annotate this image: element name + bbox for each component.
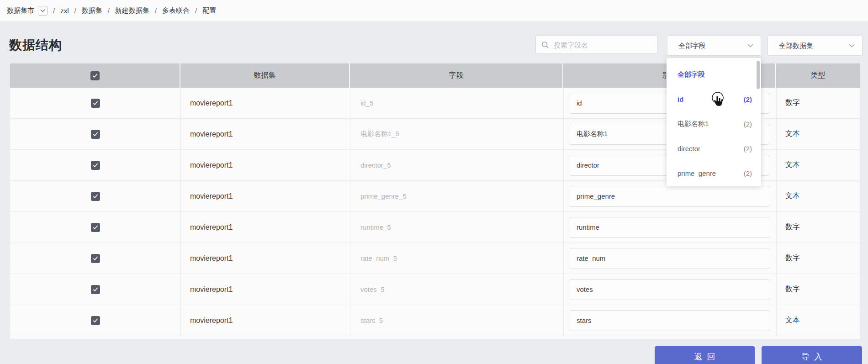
dropdown-item-count: (2) <box>744 169 752 177</box>
dataset-cell: moviereport1 <box>180 181 350 211</box>
chevron-down-icon <box>849 44 855 47</box>
select-all-checkbox[interactable] <box>90 71 100 80</box>
type-cell: 数字 <box>776 243 860 274</box>
table-row: moviereport1 rate_num_5 数字 <box>10 243 860 274</box>
dropdown-item-label: director <box>677 145 700 153</box>
dataset-cell: moviereport1 <box>180 119 350 149</box>
row-select-cell <box>10 305 180 336</box>
row-select-cell <box>10 119 180 149</box>
breadcrumb-switcher-button[interactable] <box>38 6 48 16</box>
checkmark-icon <box>92 74 98 78</box>
alias-input[interactable] <box>570 217 769 238</box>
checkmark-icon <box>93 163 98 168</box>
click-cursor-icon <box>710 91 728 114</box>
dropdown-item[interactable]: 电影名称1 (2) <box>667 111 761 136</box>
breadcrumb-item-new-dataset[interactable]: 新建数据集 <box>115 6 149 15</box>
dataset-filter-value: 全部数据集 <box>779 42 813 50</box>
row-select-cell <box>10 181 180 211</box>
table-row: moviereport1 votes_5 数字 <box>10 274 860 305</box>
search-input[interactable] <box>554 41 652 49</box>
breadcrumb: 数据集市 / zxl / 数据集 / 新建数据集 / 多表联合 / 配置 <box>0 0 868 21</box>
field-cell: runtime_5 <box>350 212 563 243</box>
breadcrumb-item-config[interactable]: 配置 <box>202 6 216 15</box>
clipped-next-row <box>10 336 860 339</box>
page-title: 数据结构 <box>9 37 62 54</box>
alias-cell <box>563 274 776 305</box>
row-select-cell <box>10 150 180 180</box>
dropdown-item-count: (2) <box>744 145 752 153</box>
checkmark-icon <box>93 256 98 261</box>
dataset-cell: moviereport1 <box>180 150 350 180</box>
breadcrumb-item-zxl[interactable]: zxl <box>60 7 69 15</box>
dataset-config-screen: 数据集市 / zxl / 数据集 / 新建数据集 / 多表联合 / 配置 数据结… <box>0 0 868 364</box>
dataset-cell: moviereport1 <box>180 88 350 118</box>
dropdown-item[interactable]: prime_genre (2) <box>667 161 761 185</box>
breadcrumb-separator: / <box>74 7 76 15</box>
dropdown-item[interactable]: director (2) <box>667 136 761 161</box>
header-type: 类型 <box>776 63 860 88</box>
dataset-cell: moviereport1 <box>180 305 350 336</box>
dropdown-scrollbar[interactable] <box>757 61 760 89</box>
dropdown-item-all-fields[interactable]: 全部字段 <box>667 62 761 87</box>
field-filter-dropdown: 全部字段 id (2) 电影名称1 (2) director (2) prime… <box>667 58 761 186</box>
row-select-cell <box>10 212 180 243</box>
header-dataset: 数据集 <box>180 63 350 88</box>
field-cell: director_5 <box>350 150 563 180</box>
alias-input[interactable] <box>570 279 769 300</box>
row-select-cell <box>10 88 180 118</box>
checkmark-icon <box>93 225 98 230</box>
row-checkbox[interactable] <box>91 161 100 170</box>
breadcrumb-separator: / <box>155 7 157 15</box>
field-filter-value: 全部字段 <box>678 42 706 50</box>
breadcrumb-separator: / <box>53 7 55 15</box>
breadcrumb-separator: / <box>195 7 197 15</box>
field-cell: stars_5 <box>350 305 563 336</box>
breadcrumb-item-datamart[interactable]: 数据集市 <box>7 6 34 15</box>
checkmark-icon <box>93 318 98 323</box>
field-filter-select[interactable]: 全部字段 <box>667 36 761 56</box>
field-cell: 电影名称1_5 <box>350 119 563 149</box>
row-checkbox[interactable] <box>91 192 100 201</box>
row-checkbox[interactable] <box>91 130 100 139</box>
import-button[interactable]: 导入 <box>762 346 862 364</box>
header-select-cell <box>10 63 180 88</box>
alias-cell <box>563 212 776 243</box>
type-cell: 数字 <box>776 212 860 243</box>
type-cell: 文本 <box>776 119 860 149</box>
dropdown-item-count: (2) <box>744 95 752 103</box>
alias-input[interactable] <box>570 310 769 331</box>
row-checkbox[interactable] <box>91 254 100 263</box>
breadcrumb-item-multi-table-join[interactable]: 多表联合 <box>162 6 190 15</box>
field-search <box>535 36 658 54</box>
type-cell: 数字 <box>776 88 860 118</box>
field-cell: id_5 <box>350 88 563 118</box>
dataset-cell: moviereport1 <box>180 212 350 243</box>
header-field: 字段 <box>350 63 563 88</box>
dataset-filter-select[interactable]: 全部数据集 <box>767 36 863 56</box>
breadcrumb-separator: / <box>108 7 110 15</box>
chevron-down-icon <box>747 44 753 47</box>
field-cell: rate_num_5 <box>350 243 563 274</box>
checkmark-icon <box>93 287 98 292</box>
checkmark-icon <box>93 194 98 199</box>
breadcrumb-item-dataset[interactable]: 数据集 <box>82 6 102 15</box>
row-checkbox[interactable] <box>91 223 100 232</box>
table-row: moviereport1 runtime_5 数字 <box>10 212 860 243</box>
type-cell: 文本 <box>776 305 860 336</box>
row-checkbox[interactable] <box>91 285 100 294</box>
type-cell: 数字 <box>776 274 860 305</box>
table-row: moviereport1 stars_5 文本 <box>10 305 860 336</box>
row-select-cell <box>10 243 180 274</box>
row-checkbox[interactable] <box>91 316 100 325</box>
row-checkbox[interactable] <box>91 99 100 108</box>
type-cell: 文本 <box>776 181 860 211</box>
dropdown-item-label: 电影名称1 <box>677 120 709 128</box>
field-cell: prime_genre_5 <box>350 181 563 211</box>
alias-input[interactable] <box>570 248 769 269</box>
dataset-cell: moviereport1 <box>180 243 350 274</box>
alias-cell <box>563 305 776 336</box>
chevron-down-icon <box>40 9 45 12</box>
alias-input[interactable] <box>570 186 769 207</box>
back-button[interactable]: 返回 <box>655 346 755 364</box>
dataset-cell: moviereport1 <box>180 274 350 305</box>
